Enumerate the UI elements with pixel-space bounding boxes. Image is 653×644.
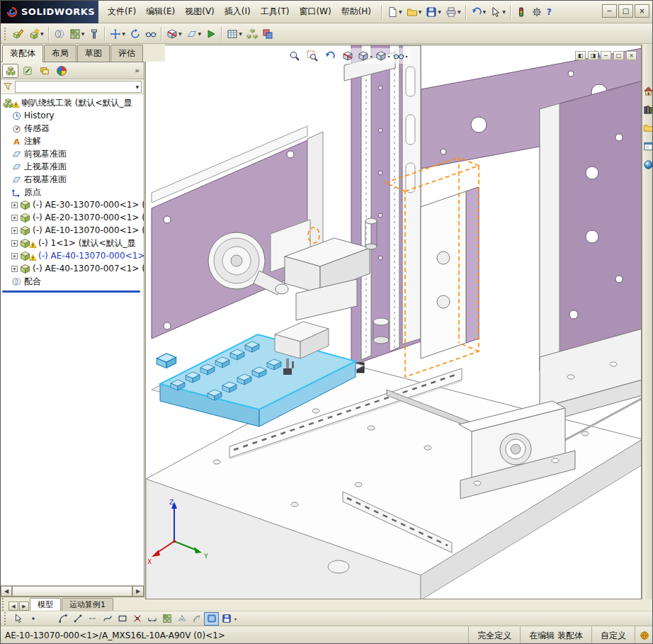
dropdown-arrow-icon[interactable]: ▼ — [483, 9, 487, 14]
interference-detection-button[interactable] — [260, 25, 276, 43]
expand-icon[interactable]: + — [11, 240, 18, 247]
doc-split-right-icon[interactable]: ◨ — [588, 51, 598, 60]
panel-overflow-chevrons[interactable]: » — [135, 66, 142, 75]
linear-pattern-button[interactable] — [159, 612, 174, 626]
filter-select-button[interactable] — [11, 612, 25, 626]
dropdown-arrow-icon[interactable]: ▼ — [81, 31, 85, 36]
custom-status[interactable]: 自定义 — [591, 626, 635, 644]
file-explorer-icon[interactable] — [643, 123, 653, 133]
insert-components-button[interactable]: ▼ — [26, 25, 46, 43]
save-button[interactable]: ▼ — [424, 4, 443, 21]
graphics-viewport[interactable]: Z X Y ▾ ▾ ▾ ▾ ◧ ◨ ─ — [145, 45, 642, 599]
tree-item-top-plane[interactable]: 上视基准面 — [1, 160, 144, 173]
options-button[interactable] — [529, 4, 545, 21]
resources-home-icon[interactable] — [643, 86, 653, 96]
tree-item-component-edited[interactable]: + (-) AE-40-13070-000<1> — [1, 249, 144, 262]
tab-bar-splitter[interactable] — [2, 598, 6, 611]
zoom-to-area-button[interactable] — [304, 49, 320, 63]
undo-button[interactable]: ▼ — [469, 4, 489, 21]
dropdown-arrow-icon[interactable]: ▼ — [239, 31, 242, 36]
dropdown-arrow-icon[interactable]: ▼ — [438, 9, 441, 14]
dropdown-arrow-icon[interactable]: ▼ — [419, 9, 422, 14]
doc-close-button[interactable]: × — [626, 51, 637, 60]
rotate-component-button[interactable] — [127, 25, 143, 43]
tab-sketch[interactable]: 草图 — [77, 45, 110, 62]
appearances-icon[interactable] — [643, 159, 653, 170]
vertical-rail-tower[interactable] — [344, 45, 421, 366]
tab-model[interactable]: 模型 — [30, 598, 61, 611]
select-button[interactable]: ▼ — [488, 4, 508, 21]
show-hidden-components-button[interactable] — [143, 25, 159, 43]
tab-scroll-left-icon[interactable]: ◀ — [8, 601, 18, 611]
tree-horizontal-scrollbar[interactable]: ◀ ▶ — [1, 585, 144, 597]
tree-item-assembly-root[interactable]: 喇叭绕线工装 (默认<默认_显 — [1, 96, 144, 109]
mirror-entities-button[interactable] — [174, 612, 189, 626]
open-button[interactable]: ▼ — [404, 4, 424, 21]
tree-item-origin[interactable]: 原点 — [1, 186, 144, 198]
smart-fasteners-button[interactable] — [86, 25, 102, 43]
close-button[interactable]: × — [635, 4, 649, 18]
smart-dimension-button[interactable] — [144, 612, 159, 626]
view-palette-icon[interactable] — [643, 141, 653, 152]
scroll-left-icon[interactable]: ◀ — [1, 586, 12, 597]
quick-tips-segment[interactable] — [635, 626, 653, 644]
tab-motion-study-1[interactable]: 运动算例1 — [62, 598, 113, 611]
3d-assembly-model[interactable]: Z X Y — [146, 45, 642, 599]
tree-item-history[interactable]: History — [1, 109, 144, 122]
featuremanager-tree-tab[interactable] — [2, 64, 18, 78]
configurationmanager-tab[interactable] — [36, 64, 52, 78]
expand-icon[interactable]: + — [11, 253, 18, 259]
tree-item-front-plane[interactable]: 前视基准面 — [1, 147, 144, 160]
doc-minimize-button[interactable]: ─ — [601, 51, 611, 60]
tree-item-component[interactable]: + (-) AE-20-13070-000<1> (默 — [1, 211, 144, 224]
move-component-button[interactable]: ▼ — [108, 25, 127, 43]
selected-plate[interactable] — [421, 187, 479, 358]
shaded-sketch-contours-button[interactable] — [204, 612, 219, 626]
sketch-arc-button[interactable] — [55, 612, 70, 626]
toolbar-grip[interactable] — [4, 612, 8, 625]
help-button[interactable]: ? — [545, 4, 554, 21]
new-motion-study-button[interactable] — [203, 25, 219, 43]
propertymanager-tab[interactable] — [19, 64, 35, 78]
menu-window[interactable]: 窗口(W) — [294, 3, 336, 21]
dropdown-arrow-icon[interactable]: ▼ — [458, 9, 461, 14]
previous-view-button[interactable] — [322, 49, 338, 63]
maximize-button[interactable]: □ — [618, 4, 633, 18]
expand-icon[interactable]: + — [11, 202, 18, 208]
menu-help[interactable]: 帮助(H) — [336, 3, 376, 21]
filter-circle-button[interactable] — [40, 612, 55, 626]
dropdown-arrow-icon[interactable]: ▾ — [370, 54, 372, 59]
menu-tools[interactable]: 工具(T) — [256, 3, 295, 21]
new-document-button[interactable]: ▼ — [385, 4, 404, 21]
edit-component-button[interactable] — [11, 25, 26, 43]
design-library-icon[interactable] — [643, 104, 653, 115]
trim-entities-button[interactable] — [130, 612, 144, 626]
tree-item-component[interactable]: + (-) AE-10-13070-000<1> (默 — [1, 224, 144, 237]
tab-assembly[interactable]: 装配体 — [2, 45, 43, 62]
menu-view[interactable]: 视图(V) — [180, 3, 220, 21]
minimize-button[interactable]: ─ — [602, 4, 617, 18]
dropdown-arrow-icon[interactable]: ▾ — [405, 54, 407, 59]
display-style-button[interactable]: ▾ — [375, 49, 391, 63]
offset-entities-button[interactable] — [189, 612, 204, 626]
sketch-line-button[interactable] — [70, 612, 85, 626]
dropdown-arrow-icon[interactable]: ▼ — [198, 31, 202, 36]
menu-insert[interactable]: 插入(I) — [220, 3, 256, 21]
expand-icon[interactable]: + — [11, 215, 18, 221]
tree-item-sensors[interactable]: 传感器 — [1, 122, 144, 135]
tab-evaluate[interactable]: 评估 — [110, 45, 143, 62]
scrollbar-thumb[interactable] — [12, 586, 132, 597]
dropdown-arrow-icon[interactable]: ▼ — [399, 9, 402, 14]
tree-item-annotations[interactable]: 注解 — [1, 135, 144, 147]
mate-button[interactable] — [52, 25, 67, 43]
menu-edit[interactable]: 编辑(E) — [141, 3, 180, 21]
doc-restore-button[interactable]: □ — [613, 51, 624, 60]
rebuild-button[interactable] — [513, 4, 529, 21]
hide-show-items-button[interactable]: ▾ — [392, 49, 409, 63]
bill-of-materials-button[interactable]: ▼ — [225, 25, 244, 43]
tree-item-right-plane[interactable]: 右视基准面 — [1, 173, 144, 186]
dropdown-arrow-icon[interactable]: ▼ — [178, 31, 182, 36]
assembly-features-button[interactable]: ▼ — [164, 25, 184, 43]
scroll-right-icon[interactable]: ▶ — [132, 586, 144, 597]
rollback-bar[interactable] — [2, 290, 140, 293]
